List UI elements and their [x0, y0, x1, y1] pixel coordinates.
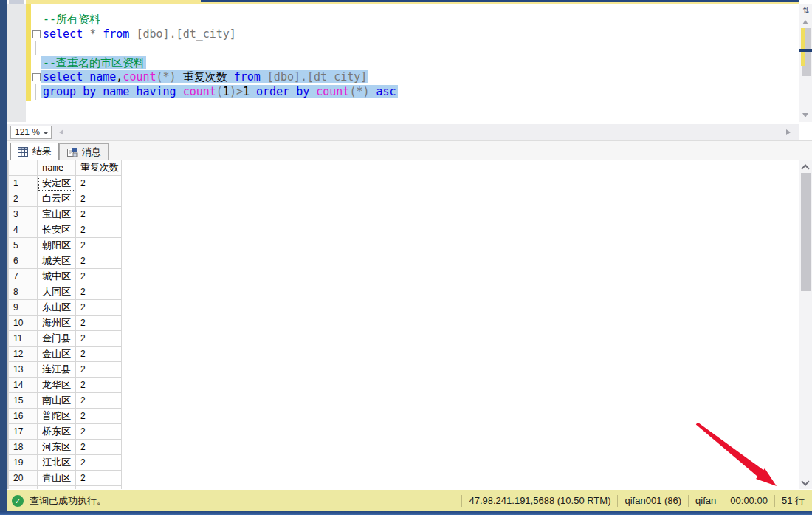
- name-cell[interactable]: 海州区: [38, 316, 76, 331]
- row-number-cell[interactable]: 14: [9, 378, 38, 393]
- row-number-cell[interactable]: 17: [9, 424, 38, 440]
- count-cell[interactable]: 2: [76, 316, 122, 331]
- row-number-cell[interactable]: 12: [9, 347, 38, 362]
- count-cell[interactable]: 2: [76, 269, 122, 284]
- name-cell[interactable]: 长安区: [38, 222, 76, 238]
- scroll-right-icon[interactable]: [786, 129, 791, 135]
- row-number-cell[interactable]: 16: [9, 409, 38, 424]
- row-number-cell[interactable]: 15: [9, 393, 38, 409]
- table-row: 14龙华区2: [9, 378, 122, 393]
- grid-scrollbar-thumb[interactable]: [801, 173, 811, 291]
- editor-horizontal-scrollbar[interactable]: 121 %: [7, 124, 799, 140]
- row-number-cell[interactable]: 6: [9, 253, 38, 269]
- row-number-cell[interactable]: 8: [9, 284, 38, 300]
- editor-zoom-select[interactable]: 121 %: [10, 126, 52, 139]
- name-cell[interactable]: 城关区: [38, 253, 76, 269]
- table-row: 17桥东区2: [9, 424, 122, 440]
- row-number-cell[interactable]: 1: [9, 176, 38, 191]
- fold-collapse-icon[interactable]: -: [32, 30, 41, 38]
- name-cell[interactable]: 连江县: [38, 362, 76, 378]
- count-cell[interactable]: 2: [76, 440, 122, 455]
- name-cell[interactable]: 江北区: [38, 455, 76, 471]
- row-number-cell[interactable]: 3: [9, 207, 38, 222]
- row-number-cell[interactable]: 9: [9, 300, 38, 316]
- name-cell[interactable]: 龙华区: [38, 378, 76, 393]
- name-cell[interactable]: 桥东区: [38, 424, 76, 440]
- name-cell[interactable]: 城中区: [38, 269, 76, 284]
- success-check-icon: ✓: [12, 495, 24, 507]
- scroll-up-icon[interactable]: [801, 164, 809, 172]
- corner-header-cell[interactable]: [9, 160, 38, 176]
- table-row: 2白云区2: [9, 191, 122, 207]
- name-cell[interactable]: 河东区: [38, 440, 76, 455]
- count-cell[interactable]: 2: [76, 300, 122, 316]
- name-cell[interactable]: 朝阳区: [38, 238, 76, 253]
- count-cell[interactable]: 2: [76, 471, 122, 486]
- scroll-left-icon[interactable]: [59, 129, 63, 135]
- count-cell[interactable]: 2: [76, 176, 122, 191]
- table-row: 1安定区2: [9, 176, 122, 191]
- count-cell[interactable]: 2: [76, 207, 122, 222]
- column-header-name[interactable]: name: [38, 160, 76, 176]
- clipped-cell: [76, 486, 122, 490]
- table-row: 9东山区2: [9, 300, 122, 316]
- split-editor-grip-icon[interactable]: ⇅: [801, 5, 811, 16]
- editor-vertical-scrollbar[interactable]: ⇅: [799, 4, 812, 122]
- name-cell[interactable]: 安定区: [38, 176, 76, 191]
- row-number-cell[interactable]: 19: [9, 455, 38, 471]
- name-cell[interactable]: 青山区: [38, 471, 76, 486]
- name-cell[interactable]: 普陀区: [38, 409, 76, 424]
- name-cell[interactable]: 南山区: [38, 393, 76, 409]
- clipped-cell: [9, 486, 38, 490]
- count-cell[interactable]: 2: [76, 347, 122, 362]
- count-cell[interactable]: 2: [76, 424, 122, 440]
- row-number-cell[interactable]: 18: [9, 440, 38, 455]
- row-number-cell[interactable]: 4: [9, 222, 38, 238]
- name-cell[interactable]: 金山区: [38, 347, 76, 362]
- name-cell[interactable]: 金门县: [38, 331, 76, 347]
- row-number-cell[interactable]: 7: [9, 269, 38, 284]
- row-number-cell[interactable]: 20: [9, 471, 38, 486]
- scroll-down-icon[interactable]: [802, 113, 808, 117]
- table-row: 8大同区2: [9, 284, 122, 300]
- results-grid-icon: [18, 147, 28, 157]
- row-number-cell[interactable]: 2: [9, 191, 38, 207]
- row-number-cell[interactable]: 11: [9, 331, 38, 347]
- name-cell[interactable]: 大同区: [38, 284, 76, 300]
- scroll-up-icon[interactable]: [802, 20, 808, 24]
- count-cell[interactable]: 2: [76, 238, 122, 253]
- status-separator: [461, 495, 462, 507]
- name-cell[interactable]: 白云区: [38, 191, 76, 207]
- count-cell[interactable]: 2: [76, 191, 122, 207]
- count-cell[interactable]: 2: [76, 409, 122, 424]
- editor-selection-margin[interactable]: [7, 4, 26, 122]
- row-number-cell[interactable]: 5: [9, 238, 38, 253]
- count-cell[interactable]: 2: [76, 222, 122, 238]
- code-line: -select * from [dbo].[dt_city]: [43, 27, 396, 42]
- code-line: [43, 41, 396, 56]
- row-number-cell[interactable]: 13: [9, 362, 38, 378]
- count-cell[interactable]: 2: [76, 284, 122, 300]
- count-cell[interactable]: 2: [76, 253, 122, 269]
- fold-collapse-icon[interactable]: -: [32, 73, 41, 81]
- code-line: --所有资料: [43, 13, 396, 27]
- count-cell[interactable]: 2: [76, 393, 122, 409]
- name-cell[interactable]: 东山区: [38, 300, 76, 316]
- count-cell[interactable]: 2: [76, 331, 122, 347]
- tab-messages[interactable]: 消息: [59, 143, 109, 160]
- status-separator: [688, 495, 689, 507]
- count-cell[interactable]: 2: [76, 362, 122, 378]
- grid-vertical-scrollbar[interactable]: [799, 160, 812, 489]
- table-row: 20青山区2: [9, 471, 122, 486]
- row-number-cell[interactable]: 10: [9, 316, 38, 331]
- sql-editor[interactable]: --所有资料-select * from [dbo].[dt_city]--查重…: [31, 4, 799, 122]
- status-duration: 00:00:00: [730, 495, 768, 506]
- tab-results[interactable]: 结果: [10, 143, 59, 160]
- count-cell[interactable]: 2: [76, 455, 122, 471]
- count-cell[interactable]: 2: [76, 378, 122, 393]
- results-grid[interactable]: name 重复次数 1安定区22白云区23宝山区24长安区25朝阳区26城关区2…: [7, 160, 799, 489]
- column-header-count[interactable]: 重复次数: [76, 160, 122, 176]
- name-cell[interactable]: 宝山区: [38, 207, 76, 222]
- table-row: 13连江县2: [9, 362, 122, 378]
- scroll-down-icon[interactable]: [801, 477, 809, 485]
